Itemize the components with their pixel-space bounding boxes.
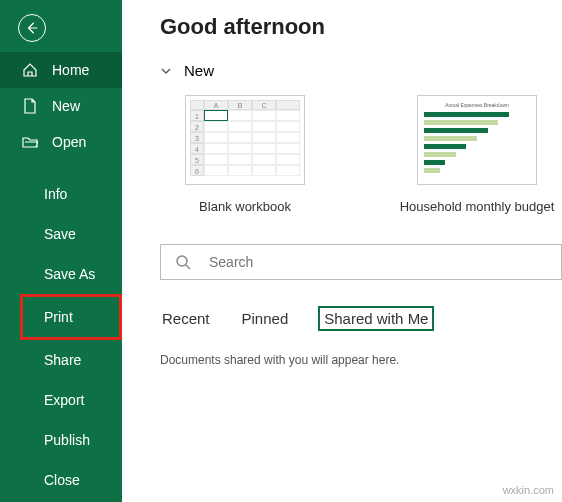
template-thumb: Actual Expenses Breakdown	[417, 95, 537, 185]
arrow-left-icon	[25, 21, 39, 35]
template-blank-workbook[interactable]: ABC 1 2 3 4 5 6 Blank workbook	[160, 95, 330, 214]
sidebar-item-label: Home	[52, 62, 89, 78]
sidebar-item-save[interactable]: Save	[0, 214, 122, 254]
template-label: Blank workbook	[160, 199, 330, 214]
template-household-budget[interactable]: Actual Expenses Breakdown Household mont…	[392, 95, 562, 214]
svg-line-1	[186, 265, 190, 269]
sidebar-item-share[interactable]: Share	[0, 340, 122, 380]
sidebar-item-home[interactable]: Home	[0, 52, 122, 88]
section-new-header[interactable]: New	[160, 62, 562, 79]
search-bar[interactable]	[160, 244, 562, 280]
sidebar-item-save-as[interactable]: Save As	[0, 254, 122, 294]
tab-pinned[interactable]: Pinned	[240, 306, 291, 331]
sidebar-item-label: Open	[52, 134, 86, 150]
chevron-down-icon	[160, 65, 172, 77]
document-tabs: Recent Pinned Shared with Me	[160, 306, 562, 331]
tab-shared-with-me[interactable]: Shared with Me	[318, 306, 434, 331]
svg-point-0	[177, 256, 187, 266]
template-thumb: ABC 1 2 3 4 5 6	[185, 95, 305, 185]
main-content: Good afternoon New ABC 1 2 3 4 5 6 Blank…	[122, 0, 562, 502]
sidebar-item-new[interactable]: New	[0, 88, 122, 124]
folder-icon	[22, 134, 38, 150]
template-gallery: ABC 1 2 3 4 5 6 Blank workbook Actual Ex…	[160, 95, 562, 214]
page-title: Good afternoon	[160, 14, 562, 40]
search-input[interactable]	[209, 254, 547, 270]
sidebar-item-label: New	[52, 98, 80, 114]
home-icon	[22, 62, 38, 78]
watermark: wxkin.com	[503, 484, 554, 496]
tab-recent[interactable]: Recent	[160, 306, 212, 331]
empty-state-message: Documents shared with you will appear he…	[160, 353, 562, 367]
backstage-sidebar: Home New Open Info Save Save As Print Sh…	[0, 0, 122, 502]
sidebar-item-print[interactable]: Print	[20, 294, 122, 340]
new-doc-icon	[22, 98, 38, 114]
search-icon	[175, 254, 191, 270]
template-label: Household monthly budget	[392, 199, 562, 214]
sidebar-item-open[interactable]: Open	[0, 124, 122, 160]
sidebar-item-publish[interactable]: Publish	[0, 420, 122, 460]
back-button[interactable]	[18, 14, 46, 42]
sidebar-item-export[interactable]: Export	[0, 380, 122, 420]
sidebar-item-info[interactable]: Info	[0, 174, 122, 214]
sidebar-item-close[interactable]: Close	[0, 460, 122, 500]
section-label: New	[184, 62, 214, 79]
